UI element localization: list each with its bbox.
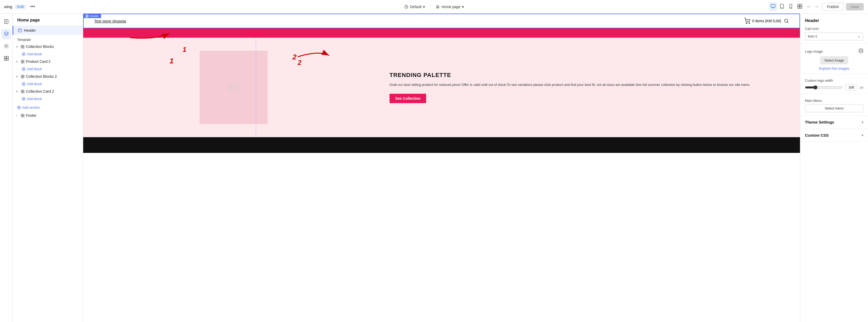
svg-rect-33 (23, 90, 24, 91)
topbar-right: ↩ ↪ Publish Save (769, 2, 864, 11)
svg-point-3 (782, 7, 782, 8)
svg-rect-38 (21, 114, 23, 115)
blocks-icon-button[interactable] (2, 54, 11, 64)
more-options-button[interactable]: ••• (29, 3, 37, 10)
draft-badge: Draft (15, 4, 26, 9)
header-nav: Test store shopsta 0 items (KM 0,00) (84, 14, 800, 28)
footer-chevron-icon: › (16, 114, 19, 117)
add-block-3-label: Add block (27, 82, 42, 86)
rp-custom-css[interactable]: Custom CSS ▾ (800, 129, 868, 142)
sidebar-item-collection-card[interactable]: ▾ Collection Card 2 (12, 87, 83, 95)
svg-point-48 (784, 19, 788, 22)
tablet-view-button[interactable] (778, 2, 786, 11)
add-block-1-label: Add block (27, 52, 42, 56)
add-block-4-button[interactable]: Add block (12, 95, 83, 103)
svg-rect-1 (771, 4, 775, 7)
rp-logo-label: Logo image (805, 50, 823, 53)
cart-icon-select[interactable]: Icon 1 (805, 32, 863, 40)
cart-area: 0 items (KM 0,00) (744, 18, 789, 24)
logo-width-input[interactable] (845, 84, 857, 91)
add-block-3-button[interactable]: Add block (12, 80, 83, 87)
rp-theme-settings[interactable]: Theme Settings ▾ (800, 116, 868, 129)
settings-icon-button[interactable] (2, 41, 11, 52)
add-section-label: Add section (22, 106, 40, 110)
topbar: wing Draft ••• Default ▾ Home page ▾ (0, 0, 868, 13)
rp-title: Header (805, 18, 863, 23)
svg-point-11 (5, 45, 7, 47)
svg-rect-6 (798, 4, 800, 6)
see-collection-button[interactable]: See Collection (390, 94, 426, 103)
sidebar-item-footer[interactable]: › Footer (12, 112, 83, 119)
search-icon (784, 18, 789, 24)
homepage-chevron: ▾ (462, 5, 464, 9)
pages-icon-button[interactable] (2, 17, 11, 27)
chevron-icon: ▾ (16, 45, 19, 48)
svg-point-5 (790, 7, 791, 8)
rp-logo-section: Logo image Select image Explore free ima… (800, 44, 868, 74)
content-description: Grab our best selling product for reduce… (390, 82, 784, 88)
add-block-2-button[interactable]: Add block (12, 65, 83, 72)
svg-rect-19 (21, 47, 23, 48)
layers-icon-button[interactable] (2, 29, 11, 39)
svg-rect-25 (23, 62, 24, 63)
svg-rect-18 (23, 45, 24, 47)
default-selector[interactable]: Default ▾ (404, 5, 425, 9)
separator (430, 4, 430, 9)
svg-rect-32 (21, 90, 23, 91)
rp-slider-row: px (805, 84, 863, 91)
logo-db-icon (859, 49, 863, 54)
store-name: Test store shopsta (94, 19, 126, 23)
svg-rect-42 (86, 14, 87, 16)
mobile-view-button[interactable] (787, 2, 795, 11)
logo-width-slider[interactable] (805, 85, 843, 90)
topbar-center: Default ▾ Home page ▾ (404, 4, 464, 9)
save-button[interactable]: Save (846, 3, 864, 10)
publish-button[interactable]: Publish (822, 3, 844, 11)
default-label: Default (410, 5, 422, 9)
sidebar-item-collection-blocks[interactable]: ▾ Collection Blocks (12, 43, 83, 51)
explore-free-link[interactable]: Explore free images (805, 66, 863, 70)
cart-label: 0 items (KM 0,00) (752, 19, 781, 23)
svg-rect-35 (23, 92, 24, 93)
grid-view-button[interactable] (796, 2, 804, 11)
rp-theme-settings-label: Theme Settings (805, 120, 834, 124)
sidebar-item-product-card[interactable]: ▾ Product Card 2 (12, 58, 83, 65)
pink-banner (83, 28, 800, 38)
svg-rect-29 (21, 77, 23, 78)
svg-rect-44 (86, 16, 87, 18)
black-section (83, 137, 800, 153)
add-block-1-button[interactable]: Add block (12, 51, 83, 58)
desktop-view-button[interactable] (769, 2, 777, 11)
select-image-button[interactable]: Select image (820, 56, 848, 64)
image-placeholder (199, 51, 268, 124)
content-image-area (83, 38, 384, 137)
svg-rect-13 (6, 56, 8, 58)
device-icons (769, 2, 804, 11)
topbar-left: wing Draft ••• (4, 3, 37, 10)
select-menu-button[interactable]: Select menu (805, 104, 863, 112)
svg-rect-22 (21, 60, 23, 61)
canvas-header[interactable]: Header Test store shopsta 0 items (KM 0,… (83, 13, 800, 28)
header-tag-label: Header (90, 14, 99, 18)
template-label: Template (12, 35, 83, 43)
redo-button[interactable]: ↪ (814, 3, 820, 10)
homepage-selector[interactable]: Home page ▾ (436, 5, 464, 9)
footer-label: Footer (26, 113, 36, 118)
svg-rect-7 (800, 4, 802, 6)
svg-rect-14 (4, 59, 6, 60)
svg-rect-17 (21, 45, 23, 47)
svg-rect-30 (23, 77, 24, 78)
chevron-icon: ▾ (16, 75, 19, 78)
add-section-button[interactable]: Add section (12, 104, 83, 112)
content-section: TRENDING PALETTE Grab our best selling p… (83, 38, 800, 137)
chevron-icon: ▾ (16, 60, 19, 63)
sidebar-item-collection-blocks-2[interactable]: ▾ Collection Blocks 2 (12, 72, 83, 80)
svg-rect-41 (23, 116, 24, 117)
sidebar-item-header[interactable]: Header (12, 26, 83, 35)
svg-rect-24 (21, 62, 23, 63)
rp-header-section: Header Cart Icon Icon 1 (800, 13, 868, 44)
svg-rect-16 (18, 29, 22, 32)
rp-logo-row: Logo image (805, 49, 863, 54)
svg-rect-12 (4, 56, 6, 58)
undo-button[interactable]: ↩ (806, 3, 812, 10)
